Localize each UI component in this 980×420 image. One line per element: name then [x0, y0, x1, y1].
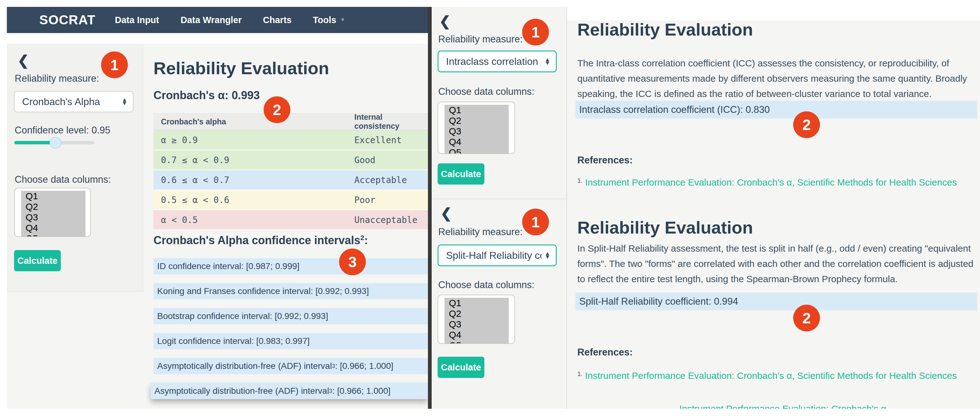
step-annotation-badge: 1 — [522, 208, 549, 235]
step-annotation-badge: 1 — [101, 51, 128, 78]
step-annotation-badge: 2 — [793, 111, 820, 138]
fragment-divider — [428, 7, 432, 409]
calculate-button[interactable]: Calculate — [438, 163, 484, 185]
step-annotation-badge: 1 — [522, 19, 549, 46]
back-icon[interactable]: ❮ — [441, 207, 452, 220]
nav-item-data-wrangler[interactable]: Data Wrangler — [181, 15, 242, 25]
columns-label: Choose data columns: — [15, 174, 111, 185]
columns-options: Q1 Q2 Q3 Q4 Q5 — [444, 298, 509, 344]
table-row: 0.6 ≤ α < 0.7 Acceptable — [153, 170, 428, 190]
measure-select-value: Split-Half Reliability coefficient — [446, 250, 541, 261]
icc-result-highlight: Intraclass correlation coefficient (ICC)… — [576, 101, 977, 118]
confidence-interval-row: ID confidence interval: [0.987; 0.999] — [153, 258, 428, 274]
confidence-interval-row: Koning and Franses confidence interval: … — [153, 283, 428, 299]
columns-listbox[interactable]: Q1 Q2 Q3 Q4 Q5 — [438, 295, 515, 344]
split-half-description: In Split-Half Reliability assessment, th… — [578, 241, 980, 286]
list-item[interactable]: Q2 — [444, 309, 509, 319]
nav-item-charts[interactable]: Charts — [263, 15, 292, 25]
fragment-seam — [432, 199, 566, 199]
back-icon[interactable]: ❮ — [439, 14, 451, 28]
nav-item-data-input[interactable]: Data Input — [115, 15, 159, 25]
table-row: α ≥ 0.9 Excellent — [153, 130, 428, 150]
measure-label: Reliability measure: — [438, 226, 523, 238]
select-caret-icon: ▲▼ — [544, 58, 550, 65]
measure-label: Reliability measure: — [438, 34, 523, 45]
consistency-table: Cronbach's alpha Internal consistency α … — [153, 113, 428, 230]
app-logo[interactable]: SOCRAT — [39, 13, 95, 27]
list-item[interactable]: Q1 — [21, 191, 86, 201]
page-title: Reliability Evaluation — [578, 19, 753, 40]
list-item[interactable]: Q4 — [444, 329, 509, 340]
measure-select-value: Intraclass correlation coefficier — [446, 56, 541, 67]
table-row: 0.7 ≤ α < 0.9 Good — [153, 150, 428, 170]
columns-listbox[interactable]: Q1 Q2 Q3 Q4 Q5 — [438, 102, 515, 154]
list-item[interactable]: Q3 — [444, 319, 509, 329]
reference-link[interactable]: Instrument Performance Evaluation: Cronb… — [585, 177, 957, 188]
page-title: Reliability Evaluation — [578, 217, 753, 238]
split-half-result-highlight: Split-Half Reliability coefficient: 0.99… — [576, 293, 977, 310]
confidence-interval-row: Logit confidence interval: [0.983; 0.997… — [153, 333, 428, 349]
confidence-interval-row: Asymptotically distribution-free (ADF) i… — [151, 383, 428, 399]
nav-item-tools[interactable]: Tools — [313, 15, 336, 25]
confidence-slider-handle[interactable] — [49, 137, 62, 149]
list-item[interactable]: Q5 — [21, 233, 86, 237]
top-navbar: SOCRAT Data Input Data Wrangler Charts T… — [7, 7, 428, 33]
references-label: References: — [578, 155, 633, 166]
measure-label: Reliability measure: — [15, 73, 99, 84]
measure-select[interactable]: Split-Half Reliability coefficient ▲▼ — [438, 245, 557, 266]
table-row: 0.5 ≤ α < 0.6 Poor — [153, 190, 428, 210]
step-annotation-badge: 2 — [264, 96, 290, 123]
measure-select[interactable]: Intraclass correlation coefficier ▲▼ — [438, 51, 557, 72]
reference-number: 1. — [578, 371, 582, 377]
list-item[interactable]: Q4 — [444, 137, 509, 147]
step-annotation-badge: 2 — [793, 305, 820, 331]
columns-options: Q1 Q2 Q3 Q4 Q5 — [444, 105, 509, 154]
column-header: Internal consistency — [349, 113, 428, 130]
calculate-button[interactable]: Calculate — [14, 250, 61, 271]
step-annotation-badge: 3 — [339, 248, 366, 275]
list-item[interactable]: Q5 — [444, 147, 509, 154]
select-caret-icon: ▲▼ — [544, 252, 550, 259]
measure-select-value: Cronbach's Alpha — [22, 96, 119, 108]
list-item[interactable]: Q4 — [21, 223, 86, 233]
clipped-reference-item: Instrument Performance Evaluation: Cronb… — [679, 404, 891, 409]
reference-number: 1. — [578, 177, 582, 184]
list-item[interactable]: Q3 — [444, 126, 509, 137]
chevron-down-icon: ▼ — [340, 17, 345, 23]
references-label: References: — [578, 347, 633, 358]
table-row: α < 0.5 Unacceptable — [153, 210, 428, 230]
columns-label: Choose data columns: — [438, 279, 534, 291]
list-item[interactable]: Q1 — [444, 298, 509, 309]
list-item[interactable]: Q5 — [444, 340, 509, 344]
icc-description: The Intra-class correlation coefficient … — [578, 56, 980, 101]
confidence-interval-row: Bootstrap confidence interval: [0.992; 0… — [153, 308, 428, 324]
column-header: Cronbach's alpha — [153, 117, 349, 126]
calculate-button[interactable]: Calculate — [438, 357, 484, 378]
list-item[interactable]: Q2 — [444, 115, 509, 126]
ci-heading: Cronbach's Alpha confidence intervals2: — [153, 234, 368, 247]
columns-options: Q1 Q2 Q3 Q4 Q5 — [21, 191, 86, 237]
columns-listbox[interactable]: Q1 Q2 Q3 Q4 Q5 — [14, 188, 91, 237]
back-icon[interactable]: ❮ — [18, 54, 29, 67]
measure-select[interactable]: Cronbach's Alpha ▲▼ — [14, 91, 134, 112]
list-item[interactable]: Q2 — [21, 201, 86, 212]
reference-item: 1.Instrument Performance Evaluation: Cro… — [578, 177, 957, 188]
select-caret-icon: ▲▼ — [122, 98, 127, 105]
alpha-result: Cronbach's α: 0.993 — [153, 89, 260, 102]
list-item[interactable]: Q3 — [21, 212, 86, 223]
reference-link[interactable]: Instrument Performance Evaluation: Cronb… — [679, 404, 889, 409]
page-title: Reliability Evaluation — [153, 58, 329, 78]
columns-label: Choose data columns: — [438, 86, 534, 97]
confidence-label: Confidence level: 0.95 — [15, 125, 110, 136]
reference-item: 1.Instrument Performance Evaluation: Cro… — [578, 371, 957, 381]
confidence-interval-row: Asymptotically distribution-free (ADF) i… — [153, 358, 428, 374]
table-header-row: Cronbach's alpha Internal consistency — [153, 113, 428, 130]
list-item[interactable]: Q1 — [444, 105, 509, 115]
reference-link[interactable]: Instrument Performance Evaluation: Cronb… — [585, 371, 957, 381]
